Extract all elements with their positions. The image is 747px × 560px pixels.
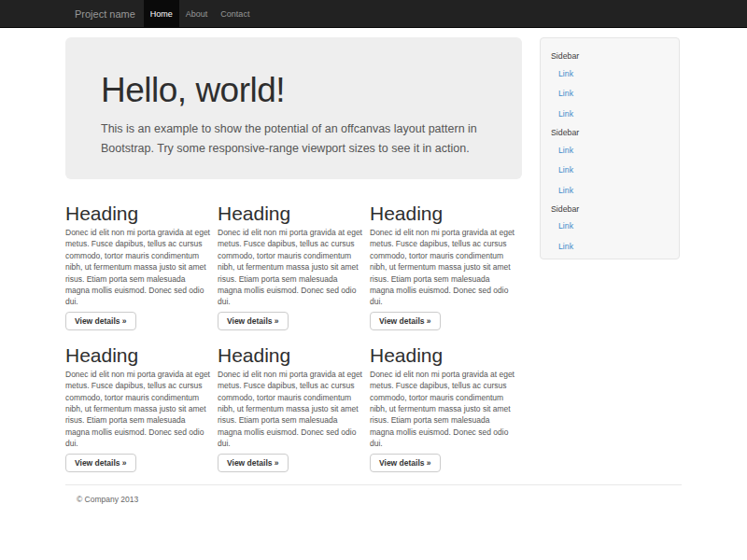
card: Heading Donec id elit non mi porta gravi… — [65, 189, 218, 330]
sidebar-link[interactable]: Link — [541, 217, 679, 237]
card-body-text: Donec id elit non mi porta gravida at eg… — [65, 227, 212, 308]
navbar-brand[interactable]: Project name — [75, 0, 135, 27]
sidebar-link[interactable]: Link — [541, 160, 679, 180]
card: Heading Donec id elit non mi porta gravi… — [218, 189, 370, 330]
copyright-text: © Company 2013 — [77, 495, 682, 504]
sidebar-group-header: Sidebar — [541, 124, 679, 140]
card: Heading Donec id elit non mi porta gravi… — [370, 330, 522, 472]
card-heading: Heading — [218, 344, 364, 366]
sidebar-group: Sidebar Link Link — [541, 201, 679, 257]
card-heading: Heading — [65, 344, 212, 366]
jumbotron-text: This is an example to show the potential… — [101, 119, 486, 159]
card-heading: Heading — [65, 203, 212, 224]
view-details-button[interactable]: View details » — [218, 454, 289, 472]
sidebar-group: Sidebar Link Link Link — [541, 48, 679, 124]
content-row: Hello, world! This is an example to show… — [65, 28, 682, 472]
navbar-nav: Home About Contact — [144, 0, 257, 27]
view-details-button[interactable]: View details » — [370, 312, 441, 330]
nav-item-about[interactable]: About — [179, 0, 215, 27]
card-body-text: Donec id elit non mi porta gravida at eg… — [370, 227, 516, 308]
sidebar-panel: Sidebar Link Link Link Sidebar Link Link… — [540, 37, 680, 259]
sidebar-link[interactable]: Link — [541, 63, 679, 84]
card-body-text: Donec id elit non mi porta gravida at eg… — [218, 227, 364, 308]
sidebar-link[interactable]: Link — [541, 84, 679, 105]
sidebar-group-header: Sidebar — [541, 48, 679, 63]
card-heading: Heading — [218, 203, 364, 224]
sidebar-link[interactable]: Link — [541, 236, 679, 257]
card-heading: Heading — [370, 203, 516, 224]
sidebar-link[interactable]: Link — [541, 104, 679, 124]
sidebar: Sidebar Link Link Link Sidebar Link Link… — [540, 28, 681, 472]
view-details-button[interactable]: View details » — [65, 312, 136, 330]
card: Heading Donec id elit non mi porta gravi… — [65, 330, 218, 472]
cards-row-1: Heading Donec id elit non mi porta gravi… — [65, 189, 522, 330]
cards-row-2: Heading Donec id elit non mi porta gravi… — [65, 330, 522, 472]
sidebar-link[interactable]: Link — [541, 180, 679, 201]
footer: © Company 2013 — [65, 484, 682, 504]
view-details-button[interactable]: View details » — [370, 454, 441, 472]
card: Heading Donec id elit non mi porta gravi… — [218, 330, 370, 472]
card-heading: Heading — [370, 344, 516, 366]
main-content: Hello, world! This is an example to show… — [65, 28, 522, 472]
card: Heading Donec id elit non mi porta gravi… — [370, 189, 522, 330]
card-body-text: Donec id elit non mi porta gravida at eg… — [370, 369, 516, 450]
jumbotron: Hello, world! This is an example to show… — [65, 37, 522, 179]
view-details-button[interactable]: View details » — [65, 454, 136, 472]
sidebar-link[interactable]: Link — [541, 140, 679, 161]
navbar: Project name Home About Contact — [0, 0, 747, 28]
nav-item-home[interactable]: Home — [144, 0, 179, 27]
sidebar-group-header: Sidebar — [541, 201, 679, 217]
view-details-button[interactable]: View details » — [218, 312, 289, 330]
card-body-text: Donec id elit non mi porta gravida at eg… — [65, 369, 212, 450]
page-title: Hello, world! — [101, 71, 486, 110]
card-body-text: Donec id elit non mi porta gravida at eg… — [218, 369, 364, 450]
page-container: Hello, world! This is an example to show… — [65, 28, 682, 504]
nav-item-contact[interactable]: Contact — [214, 0, 256, 27]
sidebar-group: Sidebar Link Link Link — [541, 124, 679, 201]
